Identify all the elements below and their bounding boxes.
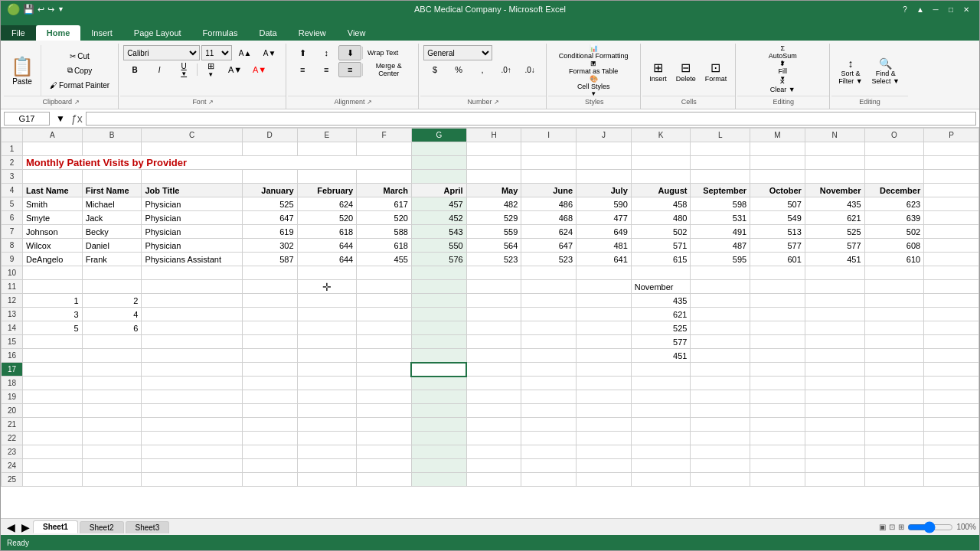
cell-H5[interactable]: 482 [466, 197, 521, 211]
cell-J10[interactable] [577, 266, 632, 280]
cell-J17[interactable] [577, 363, 632, 377]
tab-page-layout[interactable]: Page Layout [123, 25, 192, 41]
cell-M2[interactable] [750, 156, 805, 170]
cell-M6[interactable]: 549 [750, 211, 805, 225]
cell-E7[interactable]: 618 [297, 225, 357, 239]
tab-view[interactable]: View [337, 25, 377, 41]
cell-N14[interactable] [805, 321, 864, 335]
close-btn[interactable]: ✕ [959, 3, 973, 15]
cell-N8[interactable]: 577 [805, 239, 864, 253]
cell-C15[interactable] [142, 335, 242, 349]
cell-B7[interactable]: Becky [82, 225, 142, 239]
cell-B17[interactable] [82, 363, 142, 377]
quick-access-undo[interactable]: ↩ [38, 5, 44, 15]
cell-I9[interactable]: 523 [521, 253, 577, 266]
cell-L15[interactable] [691, 335, 750, 349]
sort-filter-btn[interactable]: ↕ Sort &Filter ▼ [835, 48, 866, 94]
cell-L1[interactable] [691, 142, 750, 156]
cell-A16[interactable] [23, 349, 83, 363]
cell-M7[interactable]: 513 [750, 225, 805, 239]
increase-decimal-btn[interactable]: .0↑ [495, 62, 518, 77]
cell-J3[interactable] [577, 170, 632, 184]
wrap-text-btn[interactable]: Wrap Text [364, 45, 402, 60]
cell-J13[interactable] [577, 308, 632, 321]
italic-btn[interactable]: I [148, 62, 171, 77]
cell-H2[interactable] [466, 156, 521, 170]
quick-access-dropdown[interactable]: ▼ [57, 5, 64, 13]
cell-D4[interactable]: January [242, 184, 297, 197]
cell-C7[interactable]: Physician [142, 225, 242, 239]
sheet-tab-3[interactable]: Sheet3 [126, 521, 170, 533]
cell-F6[interactable]: 520 [357, 211, 412, 225]
cell-O17[interactable] [864, 363, 924, 377]
cell-A11[interactable] [23, 280, 83, 294]
cell-B16[interactable] [82, 349, 142, 363]
cell-D9[interactable]: 587 [242, 253, 297, 266]
insert-btn[interactable]: ⊞ Insert [645, 48, 671, 94]
cell-A4[interactable]: Last Name [23, 184, 83, 197]
cell-O8[interactable]: 608 [864, 239, 924, 253]
cell-K3[interactable] [631, 170, 691, 184]
cell-A17[interactable] [23, 363, 83, 377]
cell-G3[interactable] [411, 170, 466, 184]
cell-M3[interactable] [750, 170, 805, 184]
cell-H10[interactable] [466, 266, 521, 280]
cell-A9[interactable]: DeAngelo [23, 253, 83, 266]
bold-btn[interactable]: B [123, 62, 146, 77]
cell-E6[interactable]: 520 [297, 211, 357, 225]
cell-L17[interactable] [691, 363, 750, 377]
cell-J2[interactable] [577, 156, 632, 170]
cell-F5[interactable]: 617 [357, 197, 412, 211]
cell-I16[interactable] [521, 349, 577, 363]
cell-B6[interactable]: Jack [82, 211, 142, 225]
cell-G5[interactable]: 457 [411, 197, 466, 211]
view-normal-btn[interactable]: ▣ [879, 523, 886, 531]
cell-G14[interactable] [411, 321, 466, 335]
format-painter-button[interactable]: 🖌 Format Painter [46, 78, 113, 92]
cell-F3[interactable] [357, 170, 412, 184]
cell-I17[interactable] [521, 363, 577, 377]
cell-N11[interactable] [805, 280, 864, 294]
percent-btn[interactable]: % [447, 62, 470, 77]
cell-G17[interactable] [411, 363, 466, 377]
cell-N12[interactable] [805, 294, 864, 308]
cell-J14[interactable] [577, 321, 632, 335]
cell-N3[interactable] [805, 170, 864, 184]
cell-N6[interactable]: 621 [805, 211, 864, 225]
cell-P5[interactable] [924, 197, 979, 211]
cell-M1[interactable] [750, 142, 805, 156]
cell-B9[interactable]: Frank [82, 253, 142, 266]
cell-C9[interactable]: Physicians Assistant [142, 253, 242, 266]
cell-O14[interactable] [864, 321, 924, 335]
cell-K9[interactable]: 615 [631, 253, 691, 266]
cell-C10[interactable] [142, 266, 242, 280]
cell-H17[interactable] [466, 363, 521, 377]
format-btn[interactable]: ⊡ Format [701, 48, 731, 94]
align-top-btn[interactable]: ⬆ [291, 45, 314, 60]
cell-J15[interactable] [577, 335, 632, 349]
cell-L12[interactable] [691, 294, 750, 308]
cell-J11[interactable] [577, 280, 632, 294]
cell-J12[interactable] [577, 294, 632, 308]
cell-H4[interactable]: May [466, 184, 521, 197]
cell-F14[interactable] [357, 321, 412, 335]
cell-P2[interactable] [924, 156, 979, 170]
col-header-F[interactable]: F [357, 129, 412, 142]
cell-D3[interactable] [242, 170, 297, 184]
cell-F11[interactable] [357, 280, 412, 294]
cell-O2[interactable] [864, 156, 924, 170]
cell-L2[interactable] [691, 156, 750, 170]
cell-N1[interactable] [805, 142, 864, 156]
cell-F13[interactable] [357, 308, 412, 321]
tab-home[interactable]: Home [36, 25, 81, 41]
cell-K16[interactable]: 451 [631, 349, 691, 363]
align-right-btn[interactable]: ≡ [338, 62, 361, 77]
cell-L4[interactable]: September [691, 184, 750, 197]
cell-A12[interactable]: 1 [23, 294, 83, 308]
cell-H9[interactable]: 523 [466, 253, 521, 266]
decrease-font-btn[interactable]: A▼ [258, 46, 281, 60]
cell-M14[interactable] [750, 321, 805, 335]
cell-I5[interactable]: 486 [521, 197, 577, 211]
cell-M8[interactable]: 577 [750, 239, 805, 253]
cell-G9[interactable]: 576 [411, 253, 466, 266]
